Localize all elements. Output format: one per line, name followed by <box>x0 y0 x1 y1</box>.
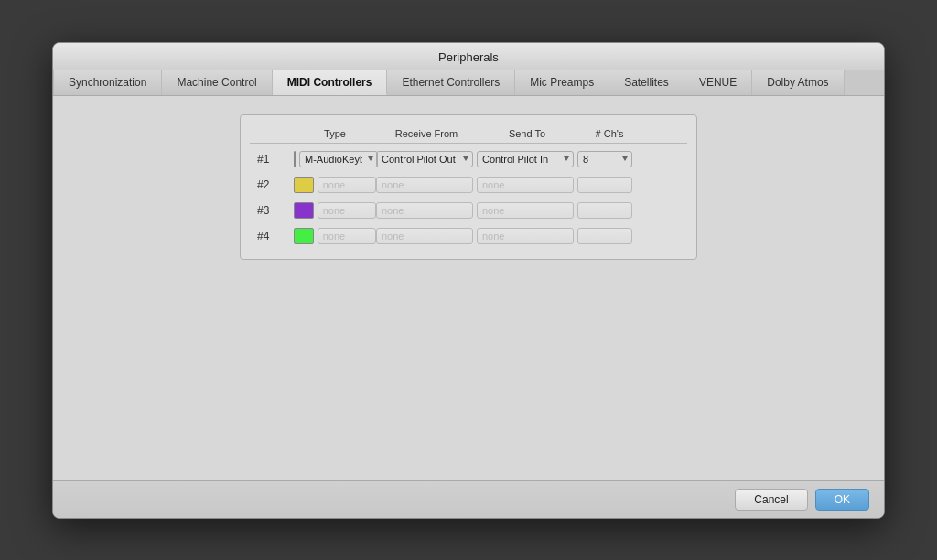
col-send: Send To <box>477 128 577 139</box>
tab-machine[interactable]: Machine Control <box>162 70 272 95</box>
type-cell-4: none <box>294 228 376 244</box>
title-bar: Peripherals <box>53 43 884 70</box>
color-swatch-1 <box>294 151 296 167</box>
tab-dolby[interactable]: Dolby Atmos <box>752 70 844 95</box>
chs-select-2[interactable] <box>577 177 632 193</box>
send-select-3[interactable]: none <box>477 202 574 219</box>
col-num <box>257 128 294 139</box>
col-type: Type <box>294 128 376 139</box>
tab-mic[interactable]: Mic Preamps <box>515 70 609 95</box>
table-row: #2nonenonenone <box>250 173 687 197</box>
row-num-1: #1 <box>257 153 294 166</box>
table-row: #4nonenonenone <box>250 224 687 248</box>
receive-select-2[interactable]: none <box>376 177 473 193</box>
send-select-2[interactable]: none <box>477 177 574 193</box>
type-cell-3: none <box>294 202 376 219</box>
receive-select-1[interactable]: Control Pilot Out <box>376 151 473 167</box>
table-row: #3nonenonenone <box>250 199 687 222</box>
type-select-4[interactable]: none <box>318 228 376 244</box>
send-select-4[interactable]: none <box>477 228 574 244</box>
type-cell-2: none <box>294 177 376 193</box>
color-swatch-4 <box>294 228 314 244</box>
receive-select-4[interactable]: none <box>376 228 473 244</box>
window-title: Peripherals <box>438 50 499 64</box>
send-select-1[interactable]: Control Pilot In <box>477 151 574 167</box>
chs-select-3[interactable] <box>577 202 632 219</box>
type-select-1[interactable]: M-AudioKeybord <box>299 151 378 167</box>
tab-bar: SynchronizationMachine ControlMIDI Contr… <box>53 70 884 96</box>
col-chs: # Ch's <box>577 128 641 139</box>
row-num-2: #2 <box>257 178 294 191</box>
col-receive: Receive From <box>376 128 477 139</box>
type-select-2[interactable]: none <box>318 177 376 193</box>
ok-button[interactable]: OK <box>815 489 869 511</box>
chs-select-1[interactable]: 8 <box>577 151 632 167</box>
table-row: #1M-AudioKeybordControl Pilot OutControl… <box>250 147 687 171</box>
footer: Cancel OK <box>53 480 884 518</box>
peripherals-window: Peripherals SynchronizationMachine Contr… <box>52 42 885 519</box>
type-cell-1: M-AudioKeybord <box>294 151 376 167</box>
tab-ethernet[interactable]: Ethernet Controllers <box>387 70 515 95</box>
type-select-3[interactable]: none <box>318 202 376 219</box>
tab-midi[interactable]: MIDI Controllers <box>273 70 388 95</box>
color-swatch-3 <box>294 202 314 219</box>
midi-controller-table: Type Receive From Send To # Ch's #1M-Aud… <box>240 114 697 260</box>
row-num-3: #3 <box>257 204 294 217</box>
receive-select-3[interactable]: none <box>376 202 473 219</box>
tab-venue[interactable]: VENUE <box>684 70 752 95</box>
tab-satellites[interactable]: Satellites <box>609 70 684 95</box>
color-swatch-2 <box>294 177 314 193</box>
tab-sync[interactable]: Synchronization <box>53 70 162 95</box>
main-content: Type Receive From Send To # Ch's #1M-Aud… <box>53 96 884 480</box>
table-header: Type Receive From Send To # Ch's <box>250 124 687 144</box>
chs-select-4[interactable] <box>577 228 632 244</box>
cancel-button[interactable]: Cancel <box>735 489 807 511</box>
row-num-4: #4 <box>257 230 294 242</box>
